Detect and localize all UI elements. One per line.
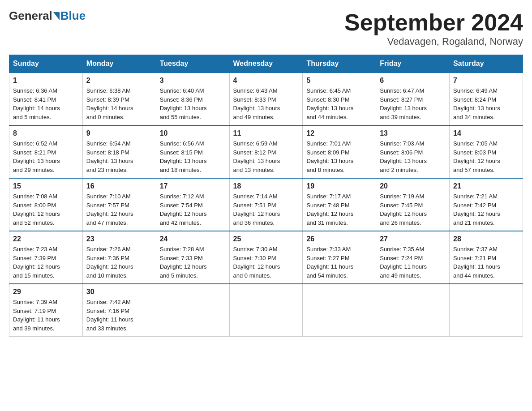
day-info: Sunrise: 6:56 AM Sunset: 8:15 PM Dayligh… (160, 139, 226, 174)
calendar-week-row: 22 Sunrise: 7:23 AM Sunset: 7:39 PM Dayl… (9, 231, 523, 284)
day-number: 28 (453, 235, 519, 243)
day-info: Sunrise: 7:05 AM Sunset: 8:03 PM Dayligh… (453, 139, 519, 174)
day-number: 25 (233, 235, 299, 243)
calendar-cell (156, 284, 229, 337)
calendar-cell: 25 Sunrise: 7:30 AM Sunset: 7:30 PM Dayl… (229, 231, 303, 284)
day-number: 5 (306, 77, 372, 85)
calendar-cell: 26 Sunrise: 7:33 AM Sunset: 7:27 PM Dayl… (303, 231, 376, 284)
calendar-cell: 28 Sunrise: 7:37 AM Sunset: 7:21 PM Dayl… (450, 231, 523, 284)
day-info: Sunrise: 7:01 AM Sunset: 8:09 PM Dayligh… (306, 139, 372, 174)
day-info: Sunrise: 6:59 AM Sunset: 8:12 PM Dayligh… (233, 139, 299, 174)
calendar-cell: 22 Sunrise: 7:23 AM Sunset: 7:39 PM Dayl… (9, 231, 83, 284)
title-section: September 2024 Vedavagen, Rogaland, Norw… (344, 9, 523, 47)
logo: General Blue (9, 9, 86, 23)
day-number: 1 (13, 77, 79, 85)
calendar-cell: 23 Sunrise: 7:26 AM Sunset: 7:36 PM Dayl… (82, 231, 156, 284)
day-info: Sunrise: 7:12 AM Sunset: 7:54 PM Dayligh… (160, 192, 226, 227)
calendar-header-tuesday: Tuesday (156, 55, 229, 73)
day-number: 11 (233, 129, 299, 137)
logo-blue-text: Blue (60, 9, 86, 23)
calendar-cell: 13 Sunrise: 7:03 AM Sunset: 8:06 PM Dayl… (376, 125, 450, 178)
day-number: 6 (380, 77, 446, 85)
day-info: Sunrise: 7:37 AM Sunset: 7:21 PM Dayligh… (453, 245, 519, 280)
calendar-header-friday: Friday (376, 55, 450, 73)
calendar-table: SundayMondayTuesdayWednesdayThursdayFrid… (9, 55, 523, 337)
calendar-cell: 21 Sunrise: 7:21 AM Sunset: 7:42 PM Dayl… (450, 178, 523, 231)
day-info: Sunrise: 7:10 AM Sunset: 7:57 PM Dayligh… (86, 192, 152, 227)
day-number: 9 (86, 129, 152, 137)
day-info: Sunrise: 6:45 AM Sunset: 8:30 PM Dayligh… (306, 86, 372, 121)
calendar-header-saturday: Saturday (450, 55, 523, 73)
day-info: Sunrise: 7:17 AM Sunset: 7:48 PM Dayligh… (306, 192, 372, 227)
day-number: 15 (13, 182, 79, 190)
day-info: Sunrise: 6:40 AM Sunset: 8:36 PM Dayligh… (160, 86, 226, 121)
day-number: 7 (453, 77, 519, 85)
day-info: Sunrise: 7:26 AM Sunset: 7:36 PM Dayligh… (86, 245, 152, 280)
day-number: 19 (306, 182, 372, 190)
day-number: 10 (160, 129, 226, 137)
day-info: Sunrise: 7:21 AM Sunset: 7:42 PM Dayligh… (453, 192, 519, 227)
calendar-cell: 2 Sunrise: 6:38 AM Sunset: 8:39 PM Dayli… (82, 73, 156, 125)
day-number: 20 (380, 182, 446, 190)
day-number: 14 (453, 129, 519, 137)
calendar-cell: 5 Sunrise: 6:45 AM Sunset: 8:30 PM Dayli… (303, 73, 376, 125)
calendar-cell: 29 Sunrise: 7:39 AM Sunset: 7:19 PM Dayl… (9, 284, 83, 337)
day-number: 17 (160, 182, 226, 190)
calendar-header-row: SundayMondayTuesdayWednesdayThursdayFrid… (9, 55, 523, 73)
calendar-cell: 16 Sunrise: 7:10 AM Sunset: 7:57 PM Dayl… (82, 178, 156, 231)
calendar-cell: 1 Sunrise: 6:36 AM Sunset: 8:41 PM Dayli… (9, 73, 83, 125)
day-number: 22 (13, 235, 79, 243)
day-number: 4 (233, 77, 299, 85)
calendar-cell (376, 284, 450, 337)
day-info: Sunrise: 7:39 AM Sunset: 7:19 PM Dayligh… (13, 298, 79, 333)
page-header: General Blue September 2024 Vedavagen, R… (9, 9, 523, 47)
calendar-cell: 10 Sunrise: 6:56 AM Sunset: 8:15 PM Dayl… (156, 125, 229, 178)
calendar-header-wednesday: Wednesday (229, 55, 303, 73)
calendar-cell: 19 Sunrise: 7:17 AM Sunset: 7:48 PM Dayl… (303, 178, 376, 231)
calendar-cell: 3 Sunrise: 6:40 AM Sunset: 8:36 PM Dayli… (156, 73, 229, 125)
day-info: Sunrise: 7:42 AM Sunset: 7:16 PM Dayligh… (86, 298, 152, 333)
calendar-week-row: 29 Sunrise: 7:39 AM Sunset: 7:19 PM Dayl… (9, 284, 523, 337)
calendar-week-row: 1 Sunrise: 6:36 AM Sunset: 8:41 PM Dayli… (9, 73, 523, 125)
calendar-cell: 27 Sunrise: 7:35 AM Sunset: 7:24 PM Dayl… (376, 231, 450, 284)
calendar-cell: 18 Sunrise: 7:14 AM Sunset: 7:51 PM Dayl… (229, 178, 303, 231)
calendar-cell: 17 Sunrise: 7:12 AM Sunset: 7:54 PM Dayl… (156, 178, 229, 231)
day-info: Sunrise: 7:30 AM Sunset: 7:30 PM Dayligh… (233, 245, 299, 280)
calendar-header-monday: Monday (82, 55, 156, 73)
day-info: Sunrise: 7:14 AM Sunset: 7:51 PM Dayligh… (233, 192, 299, 227)
day-number: 2 (86, 77, 152, 85)
day-number: 8 (13, 129, 79, 137)
day-info: Sunrise: 6:54 AM Sunset: 8:18 PM Dayligh… (86, 139, 152, 174)
day-info: Sunrise: 7:28 AM Sunset: 7:33 PM Dayligh… (160, 245, 226, 280)
calendar-cell: 15 Sunrise: 7:08 AM Sunset: 8:00 PM Dayl… (9, 178, 83, 231)
logo-arrow-icon (53, 12, 60, 20)
calendar-week-row: 8 Sunrise: 6:52 AM Sunset: 8:21 PM Dayli… (9, 125, 523, 178)
day-info: Sunrise: 6:49 AM Sunset: 8:24 PM Dayligh… (453, 86, 519, 121)
calendar-cell: 9 Sunrise: 6:54 AM Sunset: 8:18 PM Dayli… (82, 125, 156, 178)
day-info: Sunrise: 6:43 AM Sunset: 8:33 PM Dayligh… (233, 86, 299, 121)
day-info: Sunrise: 7:23 AM Sunset: 7:39 PM Dayligh… (13, 245, 79, 280)
day-number: 23 (86, 235, 152, 243)
day-info: Sunrise: 6:52 AM Sunset: 8:21 PM Dayligh… (13, 139, 79, 174)
day-number: 21 (453, 182, 519, 190)
day-number: 26 (306, 235, 372, 243)
calendar-header-sunday: Sunday (9, 55, 83, 73)
month-title: September 2024 (344, 9, 523, 36)
calendar-cell: 24 Sunrise: 7:28 AM Sunset: 7:33 PM Dayl… (156, 231, 229, 284)
day-number: 13 (380, 129, 446, 137)
day-info: Sunrise: 7:08 AM Sunset: 8:00 PM Dayligh… (13, 192, 79, 227)
day-number: 27 (380, 235, 446, 243)
calendar-cell: 12 Sunrise: 7:01 AM Sunset: 8:09 PM Dayl… (303, 125, 376, 178)
calendar-cell: 20 Sunrise: 7:19 AM Sunset: 7:45 PM Dayl… (376, 178, 450, 231)
day-info: Sunrise: 6:38 AM Sunset: 8:39 PM Dayligh… (86, 86, 152, 121)
day-number: 3 (160, 77, 226, 85)
day-number: 29 (13, 288, 79, 296)
calendar-cell: 14 Sunrise: 7:05 AM Sunset: 8:03 PM Dayl… (450, 125, 523, 178)
day-info: Sunrise: 7:03 AM Sunset: 8:06 PM Dayligh… (380, 139, 446, 174)
calendar-cell (303, 284, 376, 337)
calendar-cell: 4 Sunrise: 6:43 AM Sunset: 8:33 PM Dayli… (229, 73, 303, 125)
day-info: Sunrise: 7:35 AM Sunset: 7:24 PM Dayligh… (380, 245, 446, 280)
location-text: Vedavagen, Rogaland, Norway (344, 36, 523, 47)
day-info: Sunrise: 6:47 AM Sunset: 8:27 PM Dayligh… (380, 86, 446, 121)
calendar-cell (229, 284, 303, 337)
